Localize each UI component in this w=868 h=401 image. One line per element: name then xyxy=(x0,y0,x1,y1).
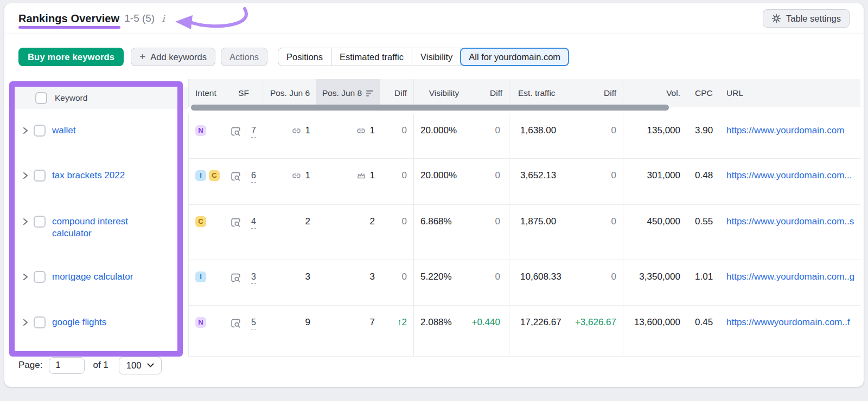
table-settings-button[interactable]: Table settings xyxy=(763,9,850,28)
col-intent[interactable]: Intent xyxy=(195,88,216,98)
row-checkbox[interactable] xyxy=(34,271,46,283)
col-sf[interactable]: SF xyxy=(238,88,264,98)
row-checkbox[interactable] xyxy=(34,125,46,137)
buy-more-keywords-button[interactable]: Buy more keywords xyxy=(18,48,124,66)
url-link[interactable]: https://www.yourdomain.com..s xyxy=(726,216,854,228)
divider xyxy=(246,316,246,329)
intent-badge-informational: I xyxy=(195,271,206,282)
toolbar: Buy more keywords + Add keywords Actions… xyxy=(18,47,850,67)
segment-all-for-domain[interactable]: All for yourdomain.com xyxy=(460,48,569,66)
volume-value: 13,600,000 xyxy=(634,316,680,328)
chevron-right-icon[interactable] xyxy=(23,127,28,134)
url-link[interactable]: https://www.yourdomain.com xyxy=(726,125,844,137)
keyword-row: compound interest calculator xyxy=(15,205,188,260)
volume-value: 3,350,000 xyxy=(639,271,680,283)
position-value: 3 xyxy=(305,271,310,283)
est-traffic-diff: +3,626.67 xyxy=(575,316,616,328)
url-link[interactable]: https://wwwyourdomain.com..f xyxy=(726,316,850,328)
table-settings-label: Table settings xyxy=(786,14,841,24)
diff-value: ↑2 xyxy=(397,316,407,328)
serp-features-icon[interactable] xyxy=(230,217,241,228)
keyword-link[interactable]: compound interest calculator xyxy=(52,216,161,240)
visibility-value: 6.868% xyxy=(420,216,452,228)
page-of-label: of 1 xyxy=(93,360,108,371)
serp-features-count[interactable]: 5 xyxy=(251,316,256,329)
keyword-link[interactable]: mortgage calculator xyxy=(52,271,133,283)
table-row: I 3 3 3 0 5.220% 0 10,608.33 0 3,350,000… xyxy=(189,260,860,306)
serp-features-count[interactable]: 7 xyxy=(251,125,256,138)
segment-visibility[interactable]: Visibility xyxy=(412,48,461,66)
chevron-right-icon[interactable] xyxy=(23,273,28,281)
col-volume[interactable]: Vol. xyxy=(623,79,687,107)
add-keywords-label: Add keywords xyxy=(150,52,207,62)
plus-icon: + xyxy=(139,51,145,62)
horizontal-scrollbar-thumb[interactable] xyxy=(191,105,669,111)
volume-value: 301,000 xyxy=(647,170,680,182)
keyword-link[interactable]: tax brackets 2022 xyxy=(52,170,125,182)
table-row: C 4 2 2 0 6.868% 0 1,875.00 0 450,000 0.… xyxy=(189,205,860,260)
keyword-column-header: Keyword xyxy=(15,87,188,109)
segment-estimated-traffic[interactable]: Estimated traffic xyxy=(331,48,412,66)
serp-features-icon[interactable] xyxy=(230,318,241,329)
col-visibility[interactable]: Visibility xyxy=(414,79,474,107)
est-traffic-diff: 0 xyxy=(611,216,616,228)
add-keywords-button[interactable]: + Add keywords xyxy=(131,48,215,66)
cpc-value: 3.90 xyxy=(695,125,713,137)
serp-features-count[interactable]: 4 xyxy=(251,216,256,229)
col-keyword[interactable]: Keyword xyxy=(55,93,87,103)
keyword-row: wallet xyxy=(15,114,188,159)
select-all-checkbox[interactable] xyxy=(35,92,47,104)
col-pos-jun8-sorted[interactable]: Pos. Jun 8 xyxy=(316,79,380,107)
est-traffic-diff: 0 xyxy=(611,271,616,283)
serp-features-icon[interactable] xyxy=(230,171,241,182)
est-traffic-value: 17,226.67 xyxy=(520,316,561,328)
col-diff-est-traffic[interactable]: Diff xyxy=(583,79,623,107)
position-value: 1 xyxy=(305,125,310,137)
position-value: 1 xyxy=(370,125,375,137)
segment-positions[interactable]: Positions xyxy=(278,48,331,66)
diff-value: 0 xyxy=(402,125,407,137)
divider xyxy=(246,125,246,138)
url-link[interactable]: https://www.yourdomain.com... xyxy=(726,170,852,182)
row-checkbox[interactable] xyxy=(34,316,46,328)
result-range: 1-5 (5) xyxy=(124,12,155,24)
link-icon xyxy=(291,126,302,136)
visibility-value: 20.000% xyxy=(420,125,457,137)
keyword-link[interactable]: google flights xyxy=(52,316,106,328)
chevron-right-icon[interactable] xyxy=(23,172,28,179)
position-value: 9 xyxy=(305,316,310,328)
link-icon xyxy=(356,126,366,136)
keyword-row: tax brackets 2022 xyxy=(15,159,188,205)
position-value: 2 xyxy=(370,216,375,228)
chevron-right-icon[interactable] xyxy=(23,218,28,225)
keyword-link[interactable]: wallet xyxy=(52,125,75,137)
actions-button[interactable]: Actions xyxy=(221,48,267,66)
row-checkbox[interactable] xyxy=(34,216,46,228)
col-pos-jun6[interactable]: Pos. Jun 6 xyxy=(264,79,316,107)
col-url[interactable]: URL xyxy=(721,79,860,107)
metric-segmented-control: Positions Estimated traffic Visibility A… xyxy=(278,48,569,66)
visibility-value: 2.088% xyxy=(420,316,452,328)
diff-value: 0 xyxy=(402,216,407,228)
page-label: Page: xyxy=(18,360,42,371)
col-diff-pos[interactable]: Diff xyxy=(380,79,414,107)
info-icon[interactable]: i xyxy=(162,13,164,24)
col-diff-visibility[interactable]: Diff xyxy=(474,79,509,107)
table-header-row: Intent SF Pos. Jun 6 Pos. Jun 8 Diff Vis… xyxy=(188,79,860,107)
page-size-select[interactable]: 100 xyxy=(119,357,162,374)
serp-features-icon[interactable] xyxy=(230,126,241,137)
divider xyxy=(246,271,246,284)
serp-features-count[interactable]: 3 xyxy=(251,271,256,284)
est-traffic-diff: 0 xyxy=(611,125,616,137)
page-number-input[interactable] xyxy=(49,357,85,374)
intent-badge-navigational: N xyxy=(195,125,206,136)
chevron-right-icon[interactable] xyxy=(23,319,28,326)
url-link[interactable]: https://www.yourdomain.com..g xyxy=(726,271,854,283)
col-cpc[interactable]: CPC xyxy=(687,79,721,107)
serp-features-count[interactable]: 6 xyxy=(251,170,256,183)
serp-features-icon[interactable] xyxy=(230,272,241,283)
col-est-traffic[interactable]: Est. traffic xyxy=(509,79,583,107)
card-header: Rankings Overview 1-5 (5) i Table settin… xyxy=(4,3,864,34)
page-size-value: 100 xyxy=(126,360,142,371)
row-checkbox[interactable] xyxy=(34,170,46,182)
